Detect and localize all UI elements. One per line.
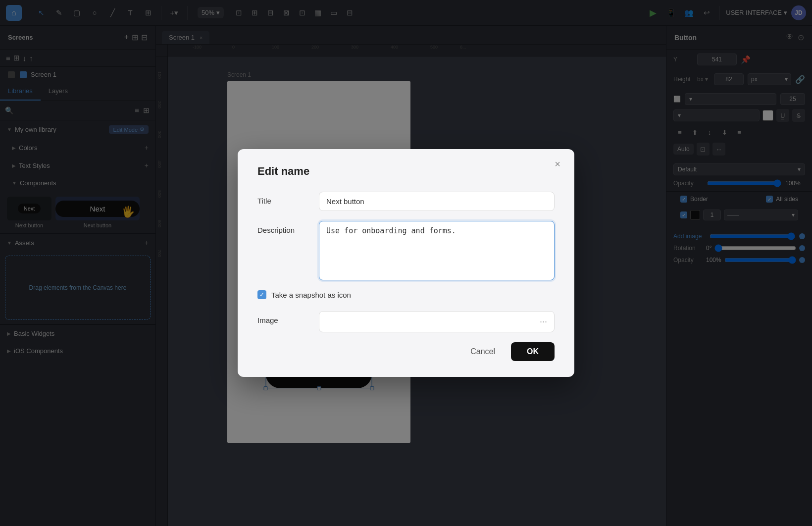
description-form-row: Description Use for onboarding and forms… xyxy=(257,221,555,280)
snapshot-checkbox[interactable]: ✓ xyxy=(257,290,266,299)
modal-title: Edit name xyxy=(257,165,555,178)
edit-name-modal: Edit name × Title Description Use for on… xyxy=(238,149,574,377)
modal-close-button[interactable]: × xyxy=(551,157,564,171)
image-form-row: Image ··· xyxy=(257,311,555,332)
title-input[interactable] xyxy=(319,192,555,211)
description-label: Description xyxy=(257,221,307,234)
image-dots-icon: ··· xyxy=(540,316,547,327)
snapshot-row: ✓ Take a snapshot as icon xyxy=(257,290,555,299)
description-textarea[interactable]: Use for onboarding and forms. xyxy=(319,221,555,280)
title-form-row: Title xyxy=(257,192,555,211)
title-label: Title xyxy=(257,192,307,205)
modal-actions: Cancel OK xyxy=(257,342,555,361)
modal-overlay: Edit name × Title Description Use for on… xyxy=(0,0,812,526)
snapshot-label: Take a snapshot as icon xyxy=(271,291,351,299)
ok-button[interactable]: OK xyxy=(511,342,555,361)
image-label: Image xyxy=(257,311,307,324)
cancel-button[interactable]: Cancel xyxy=(460,342,505,361)
image-input-area[interactable]: ··· xyxy=(319,311,555,332)
